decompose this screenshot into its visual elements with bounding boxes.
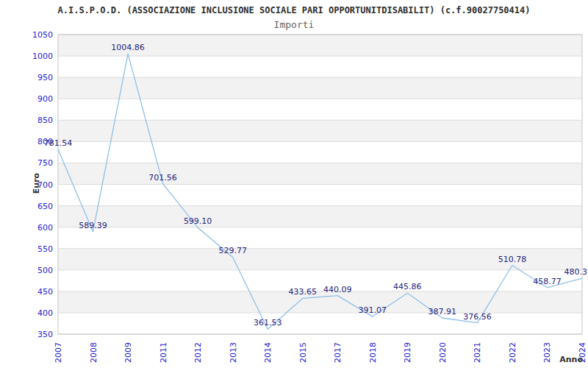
y-tick-label: 400 bbox=[37, 308, 53, 318]
x-tick-label: 2020 bbox=[438, 342, 448, 363]
data-point-label: 391.07 bbox=[359, 305, 387, 315]
x-tick-label: 2009 bbox=[123, 342, 133, 363]
x-tick-label: 2017 bbox=[333, 342, 343, 363]
data-point-label: 589.39 bbox=[79, 221, 107, 230]
x-tick-label: 2015 bbox=[298, 342, 308, 363]
background-band bbox=[58, 56, 582, 77]
background-band bbox=[58, 291, 582, 313]
background-band bbox=[58, 185, 582, 206]
chart-canvas: 1050100095090085080075070065060055050045… bbox=[0, 0, 588, 368]
background-band bbox=[58, 141, 582, 163]
y-tick-label: 750 bbox=[37, 158, 53, 168]
x-tick-label: 2018 bbox=[368, 342, 378, 363]
x-tick-label: 2008 bbox=[89, 342, 98, 363]
data-point-label: 458.77 bbox=[533, 277, 562, 286]
data-point-label: 376.56 bbox=[463, 312, 492, 322]
x-tick-label: 2014 bbox=[263, 342, 273, 363]
data-point-label: 433.65 bbox=[288, 287, 317, 297]
y-tick-label: 500 bbox=[37, 266, 53, 275]
x-tick-label: 2019 bbox=[403, 342, 412, 363]
data-point-label: 781.54 bbox=[44, 138, 73, 148]
background-band bbox=[58, 163, 582, 184]
y-tick-label: 1000 bbox=[32, 52, 53, 61]
data-point-label: 480.3 bbox=[564, 267, 588, 277]
x-tick-label: 2011 bbox=[159, 342, 168, 363]
data-point-label: 1004.86 bbox=[111, 43, 145, 52]
y-tick-label: 550 bbox=[37, 244, 53, 254]
data-point-label: 701.56 bbox=[148, 173, 177, 183]
data-point-label: 387.91 bbox=[429, 307, 457, 316]
x-tick-label: 2023 bbox=[542, 342, 552, 363]
data-point-label: 361.53 bbox=[254, 318, 282, 328]
data-point-label: 440.09 bbox=[323, 285, 352, 294]
y-tick-label: 350 bbox=[37, 330, 53, 339]
y-axis-title: Euro bbox=[32, 172, 41, 194]
x-tick-label: 2021 bbox=[473, 342, 482, 363]
y-tick-label: 950 bbox=[37, 73, 53, 82]
background-band bbox=[58, 99, 582, 120]
x-tick-label: 2022 bbox=[508, 342, 517, 363]
y-tick-label: 450 bbox=[37, 287, 53, 297]
background-band bbox=[58, 270, 582, 291]
line-chart-svg: 1050100095090085080075070065060055050045… bbox=[0, 0, 588, 368]
x-tick-label: 2007 bbox=[54, 342, 63, 363]
background-band bbox=[58, 227, 582, 249]
chart-subtitle: Importi bbox=[274, 19, 315, 30]
x-tick-label: 2013 bbox=[229, 342, 238, 363]
data-point-label: 529.77 bbox=[218, 246, 247, 255]
y-tick-label: 650 bbox=[37, 202, 53, 211]
background-band bbox=[58, 206, 582, 227]
y-tick-label: 900 bbox=[37, 94, 53, 104]
y-tick-label: 1050 bbox=[32, 30, 53, 40]
y-tick-label: 850 bbox=[37, 116, 53, 125]
x-axis-tick-labels: 2007200820092011201220132014201520172018… bbox=[54, 342, 587, 363]
data-point-label: 510.78 bbox=[498, 255, 527, 264]
data-point-label: 445.86 bbox=[393, 282, 422, 291]
x-tick-label: 2012 bbox=[193, 342, 203, 363]
chart-title: A.I.S.P.O.D. (ASSOCIAZIONE INCLUSIONE SO… bbox=[58, 5, 531, 15]
x-axis-title: Anno bbox=[559, 355, 583, 364]
background-band bbox=[58, 313, 582, 334]
data-point-label: 599.10 bbox=[184, 216, 212, 226]
y-tick-label: 600 bbox=[37, 223, 53, 233]
background-band bbox=[58, 120, 582, 141]
